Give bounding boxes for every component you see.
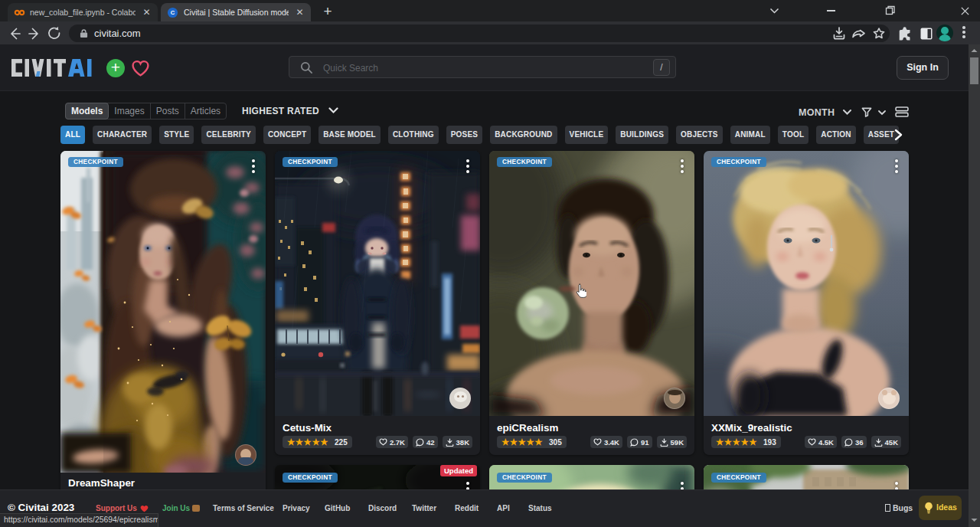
svg-text:C: C [171,9,175,16]
